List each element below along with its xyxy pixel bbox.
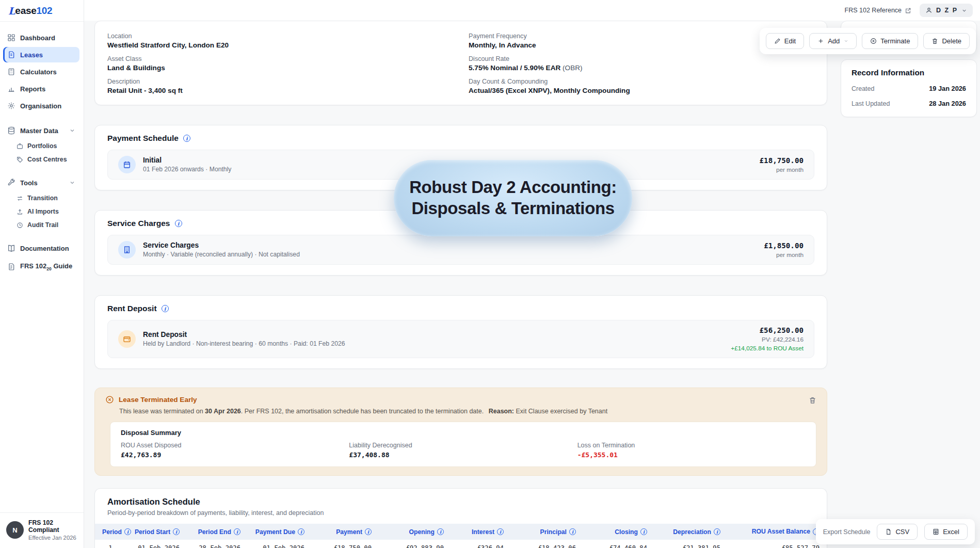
schedule-amount: £1,850.00: [764, 241, 804, 250]
column-header: ROU Asset Balancei: [728, 524, 827, 540]
record-row-updated: Last Updated 28 Jan 2026: [852, 100, 966, 107]
info-icon[interactable]: i: [234, 528, 240, 535]
info-icon[interactable]: i: [173, 528, 180, 535]
lease-details-card: Location Westfield Stratford City, Londo…: [94, 21, 827, 105]
add-button[interactable]: Add: [809, 33, 857, 49]
record-information-title: Record Information: [852, 68, 966, 77]
frs-reference-link[interactable]: FRS 102 Reference: [845, 7, 911, 14]
sidebar-item-cost-centres[interactable]: Cost Centres: [3, 153, 79, 166]
info-icon[interactable]: i: [365, 528, 372, 535]
field-label: Description: [107, 78, 453, 85]
table-cell: 28 Feb 2026: [187, 540, 248, 548]
info-icon[interactable]: i: [162, 305, 169, 312]
terminate-button[interactable]: Terminate: [862, 33, 918, 49]
promo-bubble-line2: Disposals & Terminations: [411, 198, 614, 219]
avatar[interactable]: N: [6, 521, 24, 539]
database-icon: [7, 126, 15, 135]
sidebar-item-label: Documentation: [20, 245, 69, 252]
info-icon[interactable]: i: [569, 528, 576, 535]
info-icon[interactable]: i: [298, 528, 304, 535]
info-icon[interactable]: i: [714, 528, 720, 535]
sidebar-item-organisation[interactable]: Organisation: [3, 98, 79, 114]
schedule-amount: £18,750.00: [760, 156, 804, 165]
schedule-per-label: per month: [764, 251, 804, 259]
table-cell: £326.94: [451, 540, 511, 548]
document-icon: [7, 51, 15, 59]
termination-reason-label: Reason:: [489, 408, 514, 415]
building-icon: [118, 241, 136, 259]
table-cell: 01 Feb 2026: [248, 540, 312, 548]
disposal-summary-card: Disposal Summary ROU Asset Disposed £42,…: [110, 422, 816, 467]
button-label: Terminate: [880, 37, 910, 45]
sidebar-item-reports[interactable]: Reports: [3, 81, 79, 96]
delete-button[interactable]: Delete: [923, 33, 970, 49]
info-icon[interactable]: i: [175, 220, 182, 227]
sidebar-item-dashboard[interactable]: Dashboard: [3, 30, 79, 45]
column-header-label: Period: [102, 528, 122, 536]
payment-schedule-text: Initial 01 Feb 2026 onwards · Monthly: [143, 156, 231, 173]
trash-icon[interactable]: [809, 396, 816, 404]
main-area: FRS 102 Reference D Z P Location Wes: [84, 0, 980, 548]
rent-deposit-text: Rent Deposit Held by Landlord · Non-inte…: [143, 331, 345, 347]
record-row-created: Created 19 Jan 2026: [852, 85, 966, 92]
field-location: Location Westfield Stratford City, Londo…: [107, 33, 453, 49]
rent-deposit-row[interactable]: Rent Deposit Held by Landlord · Non-inte…: [107, 320, 814, 358]
schedule-meta: Monthly · Variable (reconciled annually)…: [143, 251, 300, 258]
amortisation-header: Amortisation Schedule Period-by-period b…: [95, 497, 827, 517]
sidebar-item-portfolios[interactable]: Portfolios: [3, 140, 79, 152]
sidebar-item-leases[interactable]: Leases: [3, 47, 79, 62]
service-charges-row[interactable]: Service Charges Monthly · Variable (reco…: [107, 235, 814, 265]
tag-icon: [17, 156, 23, 163]
edit-button[interactable]: Edit: [766, 33, 804, 49]
discount-rate-suffix: (OBR): [560, 64, 582, 72]
info-icon[interactable]: i: [124, 528, 131, 535]
info-icon[interactable]: i: [640, 528, 647, 535]
payment-schedule-amount-block: £18,750.00 per month: [760, 156, 804, 173]
person-icon: [925, 7, 933, 14]
termination-reason-value: Exit Clause exercised by Tenant: [516, 408, 608, 415]
column-header-label: Period Start: [135, 528, 170, 536]
promo-bubble-overlay: Robust Day 2 Accounting: Disposals & Ter…: [394, 160, 632, 236]
table-row: 101 Feb 202628 Feb 202601 Feb 2026£18,75…: [95, 540, 827, 548]
schedule-name: Initial: [143, 156, 231, 164]
sidebar-item-calculators[interactable]: Calculators: [3, 64, 79, 79]
user-menu-button[interactable]: D Z P: [920, 4, 973, 17]
button-label: Delete: [942, 37, 961, 45]
info-icon[interactable]: i: [437, 528, 444, 535]
termination-text: This lease was terminated on: [119, 408, 205, 415]
sidebar-footer: N FRS 102 Compliant Effective Jan 2026: [0, 512, 84, 548]
field-asset-class: Asset Class Land & Buildings: [107, 55, 453, 72]
schedule-meta: 01 Feb 2026 onwards · Monthly: [143, 166, 231, 173]
export-excel-button[interactable]: Excel: [924, 524, 968, 540]
trash-icon: [931, 38, 938, 44]
briefcase-icon: [17, 143, 23, 150]
sidebar-section-tools[interactable]: Tools: [3, 175, 79, 190]
deposit-rou-note: +£14,025.84 to ROU Asset: [731, 345, 804, 352]
field-value: Land & Buildings: [107, 64, 453, 72]
bar-chart-icon: [7, 85, 15, 93]
sidebar-item-label: Organisation: [20, 102, 61, 110]
payment-schedule-title: Payment Schedule i: [107, 134, 814, 143]
sidebar-item-frs-guide[interactable]: FRS 10220 Guide: [3, 259, 79, 275]
field-day-count: Day Count & Compounding Actual/365 (Exce…: [469, 78, 814, 94]
sidebar-item-documentation[interactable]: Documentation: [3, 240, 79, 256]
compliance-subtitle: Effective Jan 2026: [28, 535, 77, 541]
column-header-label: Payment Due: [255, 528, 295, 536]
export-csv-button[interactable]: CSV: [877, 524, 918, 540]
discount-rate-value: 5.75% Nominal / 5.90% EAR: [469, 64, 560, 72]
logo-text: ease: [15, 5, 36, 17]
field-value: 5.75% Nominal / 5.90% EAR (OBR): [469, 64, 814, 72]
info-icon[interactable]: i: [183, 135, 190, 142]
sidebar-item-audit-trail[interactable]: Audit Trail: [3, 219, 79, 231]
sidebar-item-ai-imports[interactable]: AI Imports: [3, 205, 79, 218]
column-header: Paymenti: [312, 524, 379, 540]
sidebar-section-master-data[interactable]: Master Data: [3, 123, 79, 138]
spreadsheet-icon: [933, 528, 939, 535]
sidebar-item-label: AI Imports: [27, 208, 59, 215]
frs-reference-label: FRS 102 Reference: [845, 7, 902, 14]
guide-label-suffix: Guide: [53, 262, 72, 270]
x-circle-icon: [105, 395, 114, 404]
amortisation-title: Amortisation Schedule: [107, 497, 814, 507]
sidebar-item-transition[interactable]: Transition: [3, 192, 79, 204]
info-icon[interactable]: i: [497, 528, 504, 535]
